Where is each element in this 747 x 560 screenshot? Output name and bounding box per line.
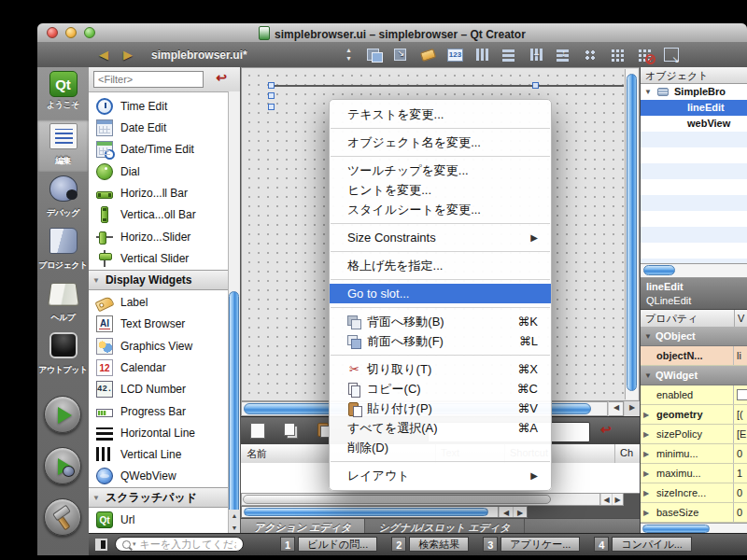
locator-search-field[interactable]: ▾ キーを入力してください [115, 537, 244, 552]
checkbox[interactable] [737, 389, 747, 400]
zoom-button[interactable] [84, 27, 95, 38]
menu-item-send-to-back[interactable]: 背面へ移動(B)⌘K [330, 312, 551, 331]
expand-icon[interactable]: ▶ [643, 503, 649, 523]
scroll-left-icon[interactable]: ◀ [608, 401, 624, 416]
clear-filter-icon[interactable]: ↩ [216, 70, 227, 85]
edit-widgets-icon[interactable] [364, 46, 384, 63]
selection-handle[interactable] [268, 104, 275, 110]
menu-item-change-object-name[interactable]: オブジェクト名を変更... [330, 133, 551, 152]
edit-buddies-icon[interactable] [418, 46, 438, 63]
sidebar-item-debug[interactable]: デバッグ [37, 172, 89, 224]
menu-item-paste[interactable]: 貼り付け(P)⌘V [330, 399, 551, 418]
menu-item-size-constraints[interactable]: Size Constraints▶ [330, 228, 551, 247]
property-group-qobject[interactable]: ▼QObject [641, 327, 747, 346]
selection-handle[interactable] [532, 82, 539, 89]
property-row-maximumsize[interactable]: ▶ maximu...1 [641, 464, 747, 483]
column-checkable[interactable]: Ch [620, 447, 633, 458]
widget-item-qwebview[interactable]: QWebView [89, 465, 228, 486]
toggle-sidebar-icon[interactable] [95, 539, 107, 551]
widget-item-horizontal-line[interactable]: Horizontal Line [89, 422, 228, 443]
menu-item-select-all[interactable]: すべてを選択(A)⌘A [330, 418, 551, 438]
menu-item-go-to-slot[interactable]: Go to slot... [330, 284, 551, 303]
scrollbar-thumb[interactable] [643, 265, 675, 275]
menu-item-change-stylesheet[interactable]: スタイルシートを変更... [330, 200, 551, 219]
run-button[interactable] [44, 396, 81, 433]
widget-item-progress-bar[interactable]: Progress Bar [89, 400, 228, 422]
scrollbar-thumb[interactable] [244, 508, 488, 516]
pane-application-output[interactable]: 3アプリケー... [483, 537, 580, 552]
sidebar-item-help[interactable]: ヘルプ [37, 276, 89, 329]
layout-horizontal-splitter-icon[interactable]: ↔ [527, 46, 546, 63]
minimize-button[interactable] [65, 27, 77, 38]
widget-item-label[interactable]: Label [89, 291, 228, 313]
widget-item-url[interactable]: QtUrl [89, 509, 228, 530]
document-stepper-icon[interactable]: ▲▼ [344, 46, 354, 63]
selection-handle[interactable] [268, 92, 275, 99]
widget-item-vertical-line[interactable]: Vertical Line [89, 443, 228, 465]
widget-section-scratchpad[interactable]: ▼スクラッチパッド [89, 487, 228, 508]
adjust-size-icon[interactable] [662, 46, 682, 63]
widget-item-vslider[interactable]: Vertical Slider [89, 247, 228, 269]
new-action-icon[interactable] [250, 423, 265, 439]
pane-compile-output[interactable]: 4コンパイル... [594, 537, 691, 552]
widget-item-lcd-number[interactable]: 42.LCD Number [89, 378, 228, 399]
back-arrow-icon[interactable]: ◀ [99, 48, 108, 62]
widget-section-display-widgets[interactable]: ▼Display Widgets [89, 270, 228, 290]
column-name[interactable]: 名前 [247, 447, 267, 461]
property-row-enabled[interactable]: enabled [641, 385, 747, 405]
tree-item-simplebrowser[interactable]: ▼ SimpleBro [641, 84, 747, 100]
widget-item-hscrollbar[interactable]: Horizo...ll Bar [89, 182, 228, 203]
menu-item-change-tooltip[interactable]: ツールチップを変更... [330, 161, 551, 180]
selected-lineedit-widget[interactable] [271, 85, 624, 87]
sidebar-item-welcome[interactable]: Qt ようこそ [37, 67, 89, 119]
menu-item-copy[interactable]: コピー(C)⌘C [330, 379, 551, 399]
scroll-left-icon[interactable]: ◀ [499, 507, 513, 517]
tree-item-webview[interactable]: webView [641, 116, 747, 132]
widget-item-datetime-edit[interactable]: Date/Time Edit [89, 138, 228, 160]
close-button[interactable] [47, 27, 58, 38]
scroll-right-icon[interactable]: ▶ [624, 401, 640, 416]
scrollbar-thumb[interactable] [229, 291, 239, 534]
break-layout-icon[interactable] [635, 46, 655, 63]
widget-item-hslider[interactable]: Horizo...Slider [89, 226, 228, 247]
menu-item-delete[interactable]: 削除(D) [330, 438, 551, 457]
scrollbar-thumb[interactable] [642, 525, 710, 533]
widget-item-dial[interactable]: Dial [89, 161, 228, 182]
inspector-horizontal-scrollbar[interactable] [641, 263, 747, 278]
layout-horizontal-icon[interactable] [472, 46, 492, 63]
scrollbar-arrows[interactable]: ▲▼ [228, 510, 240, 534]
widget-item-graphics-view[interactable]: Graphics View [89, 335, 228, 357]
widget-filter-input[interactable] [93, 71, 204, 88]
widget-item-vscrollbar[interactable]: Vertica...oll Bar [89, 203, 228, 225]
copy-action-icon[interactable] [284, 423, 295, 436]
selection-handle[interactable] [268, 82, 275, 89]
menu-item-change-whatsthis[interactable]: ヒントを変更... [330, 180, 551, 200]
menu-item-cut[interactable]: ✂切り取り(T)⌘X [330, 359, 551, 379]
forward-arrow-icon[interactable]: ▶ [123, 48, 133, 62]
titlebar[interactable]: simplebrowser.ui – simplebrowser – Qt Cr… [37, 23, 747, 43]
scrollbar-thumb[interactable] [627, 74, 637, 391]
menu-item-change-text[interactable]: テキストを変更... [330, 105, 551, 124]
menu-item-layout[interactable]: レイアウト▶ [330, 466, 551, 485]
expand-icon[interactable]: ▶ [643, 444, 649, 464]
expand-icon[interactable]: ▶ [643, 483, 649, 503]
expand-icon[interactable]: ▶ [643, 425, 649, 444]
expand-icon[interactable]: ▶ [643, 464, 649, 483]
menu-item-bring-to-front[interactable]: 前面へ移動(F)⌘L [330, 331, 551, 351]
edit-signals-slots-icon[interactable]: ↘ [391, 46, 411, 63]
property-row-objectname[interactable]: objectN...li [641, 346, 747, 366]
layout-form-icon[interactable] [581, 46, 600, 63]
layout-grid-icon[interactable] [608, 46, 627, 63]
action-horizontal-scrollbar[interactable]: ◀▶ [241, 493, 624, 506]
widget-item-time-edit[interactable]: Time Edit [89, 95, 228, 117]
menu-item-promote-to[interactable]: 格上げ先を指定... [330, 256, 551, 275]
sidebar-item-projects[interactable]: プロジェクト [37, 224, 89, 276]
layout-vertical-splitter-icon[interactable]: ↕ [554, 46, 573, 63]
edit-tab-order-icon[interactable]: 123 [445, 46, 465, 63]
tree-item-lineedit[interactable]: lineEdit [641, 100, 747, 116]
property-row-sizeincrement[interactable]: ▶ sizeIncre...0 [641, 483, 747, 503]
property-group-qwidget[interactable]: ▼QWidget [641, 366, 747, 385]
scroll-right-icon[interactable]: ▶ [612, 494, 623, 505]
bottom-pane-scrollbar[interactable]: ◀▶ [241, 506, 528, 518]
scrollbar-thumb[interactable] [243, 495, 551, 504]
